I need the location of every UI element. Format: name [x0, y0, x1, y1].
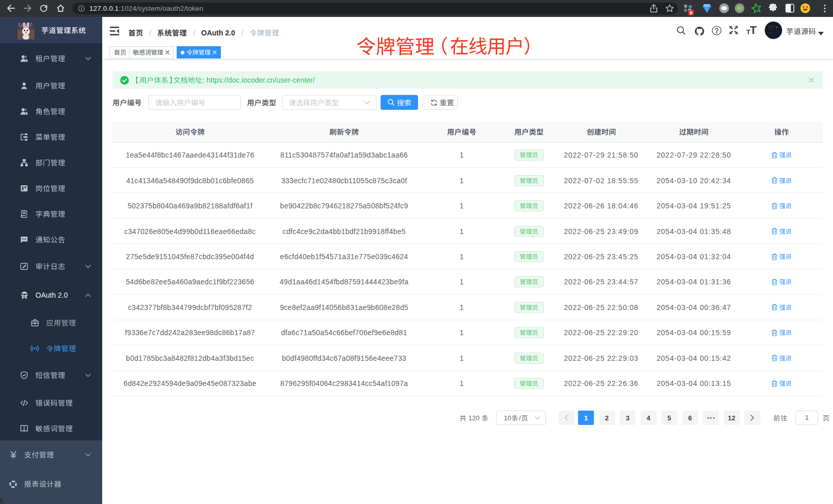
svg-text:9: 9 [690, 10, 692, 15]
